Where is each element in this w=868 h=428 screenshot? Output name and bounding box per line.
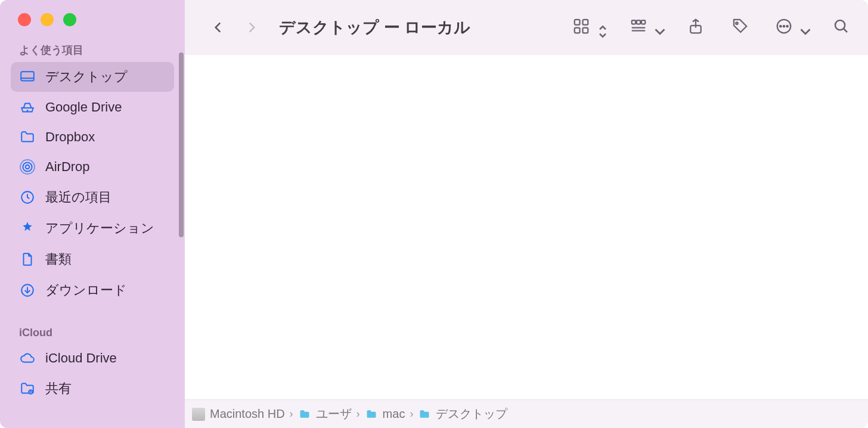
share-icon [687,17,705,38]
minimize-button[interactable] [41,13,54,26]
sidebar-item-label: 最近の項目 [45,188,111,206]
sidebar-item-dropbox[interactable]: Dropbox [11,123,174,151]
path-label: デスクトップ [436,406,507,422]
grid-icon [572,17,590,38]
svg-rect-13 [632,20,636,24]
svg-point-4 [23,162,32,171]
apps-icon [19,220,36,237]
svg-point-22 [783,25,785,27]
sidebar-item-downloads[interactable]: ダウンロード [11,275,174,305]
content-area[interactable] [185,55,868,399]
sidebar-favorites: デスクトップ Google Drive Dropbox AirDrop [0,62,185,306]
chevron-down-icon [651,23,661,32]
doc-icon [19,251,36,268]
sidebar: よく使う項目 デスクトップ Google Drive Dropbox [0,0,185,428]
group-icon [630,17,647,38]
sidebar-scrollbar[interactable] [179,52,184,237]
toolbar-actions [572,17,857,38]
path-seg-mac[interactable]: mac [365,407,405,421]
clock-icon [19,189,36,206]
sidebar-item-label: AirDrop [45,159,90,175]
toolbar: デスクトップ ー ローカル [185,0,868,55]
sidebar-item-label: アプリケーション [45,219,154,237]
tag-icon [731,17,749,38]
path-label: mac [383,407,405,421]
nav-buttons [185,14,268,41]
sidebar-item-label: Dropbox [45,129,95,145]
view-mode-button[interactable] [572,17,603,38]
shared-icon [19,380,36,397]
sidebar-item-label: Google Drive [45,100,122,115]
sidebar-item-label: デスクトップ [45,68,128,86]
share-button[interactable] [687,17,705,38]
sidebar-item-applications[interactable]: アプリケーション [11,213,174,243]
svg-point-3 [26,165,30,169]
svg-point-24 [835,20,845,30]
folder-icon [418,408,431,421]
svg-rect-10 [583,19,588,24]
download-icon [19,282,36,299]
path-seg-users[interactable]: ユーザ [298,406,352,422]
finder-window: よく使う項目 デスクトップ Google Drive Dropbox [0,0,868,428]
window-controls [0,0,185,39]
airdrop-icon [19,159,36,175]
path-label: Macintosh HD [210,407,285,421]
group-by-button[interactable] [630,17,661,38]
actions-button[interactable] [775,17,806,38]
sidebar-item-label: ダウンロード [45,281,127,299]
forward-button[interactable] [241,14,262,41]
svg-rect-15 [641,20,645,24]
sidebar-item-label: 共有 [45,380,72,398]
sidebar-item-airdrop[interactable]: AirDrop [11,153,174,181]
path-seg-desktop[interactable]: デスクトップ [418,406,507,422]
path-separator: › [289,408,294,420]
main-panel: デスクトップ ー ローカル [185,0,868,428]
folder-icon [19,129,36,145]
close-button[interactable] [18,13,31,26]
sidebar-item-documents[interactable]: 書類 [11,244,174,274]
drive-icon [19,99,36,116]
disk-icon [192,408,205,421]
tags-button[interactable] [731,17,749,38]
maximize-button[interactable] [63,13,76,26]
sidebar-item-desktop[interactable]: デスクトップ [11,62,174,92]
svg-point-2 [27,110,27,111]
sidebar-item-label: iCloud Drive [45,351,117,366]
back-button[interactable] [207,14,229,41]
search-button[interactable] [832,17,850,38]
svg-point-21 [780,25,782,27]
path-bar: Macintosh HD › ユーザ › mac › デス [185,399,868,428]
sidebar-icloud: iCloud Drive 共有 [0,344,185,405]
path-separator: › [355,408,361,420]
chevron-updown-icon [594,23,603,32]
chevron-down-icon [796,23,806,32]
path-seg-disk[interactable]: Macintosh HD [192,407,285,421]
folder-icon [298,408,311,421]
sidebar-section-header-icloud: iCloud [0,323,185,344]
sidebar-item-google-drive[interactable]: Google Drive [11,93,174,122]
more-icon [775,17,793,38]
cloud-icon [19,350,36,367]
folder-icon [365,408,378,421]
svg-point-19 [736,22,738,24]
svg-rect-12 [583,27,588,33]
sidebar-item-label: 書類 [45,250,72,268]
path-label: ユーザ [316,406,352,422]
sidebar-item-shared[interactable]: 共有 [11,374,174,404]
desktop-icon [19,69,36,85]
sidebar-section-header-favorites: よく使う項目 [0,39,185,62]
svg-rect-9 [575,19,580,24]
window-title: デスクトップ ー ローカル [268,17,470,38]
svg-line-25 [844,29,847,32]
search-icon [832,17,850,38]
sidebar-item-icloud-drive[interactable]: iCloud Drive [11,344,174,373]
svg-rect-14 [637,20,640,24]
svg-point-23 [786,25,788,27]
svg-rect-0 [21,72,34,80]
svg-rect-11 [575,27,580,33]
sidebar-item-recents[interactable]: 最近の項目 [11,182,174,212]
path-separator: › [408,408,414,420]
